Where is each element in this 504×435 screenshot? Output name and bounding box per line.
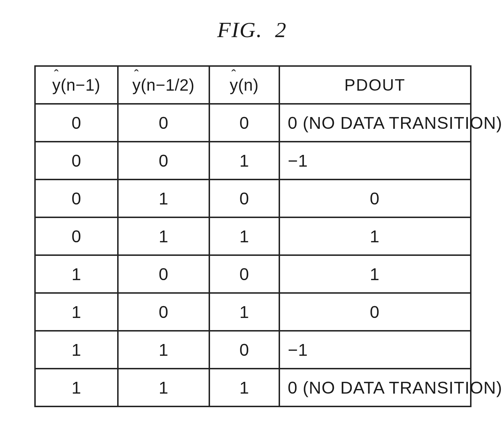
figure-caption: FIG. 2 [0, 17, 504, 42]
cell-pdout: 0 (NO DATA TRANSITION) [279, 104, 471, 142]
table-body: 0 0 0 0 (NO DATA TRANSITION) 0 0 1 −1 0 … [35, 104, 471, 406]
cell-b: 0 [118, 293, 209, 331]
cell-a: 1 [35, 293, 118, 331]
header-y-n-minus-half: ˆy(n−1/2) [118, 66, 209, 104]
cell-pdout: 0 (NO DATA TRANSITION) [279, 369, 471, 406]
cell-c: 0 [209, 179, 279, 217]
page: FIG. 2 ˆy(n−1) ˆy(n−1/2) ˆy(n) P [0, 0, 504, 435]
table-row: 0 0 1 −1 [35, 142, 471, 179]
figure-caption-number: 2 [275, 17, 287, 42]
cell-pdout: 0 [279, 179, 471, 217]
cell-pdout: 1 [279, 255, 471, 293]
cell-b: 1 [118, 369, 209, 406]
cell-c: 0 [209, 104, 279, 142]
table-row: 1 0 0 1 [35, 255, 471, 293]
header-y-n: ˆy(n) [209, 66, 279, 104]
cell-b: 1 [118, 331, 209, 369]
truth-table: ˆy(n−1) ˆy(n−1/2) ˆy(n) PDOUT 0 0 0 0 ( [34, 65, 471, 407]
cell-pdout: −1 [279, 331, 471, 369]
cell-b: 0 [118, 104, 209, 142]
cell-c: 1 [209, 217, 279, 255]
cell-pdout: −1 [279, 142, 471, 179]
cell-a: 1 [35, 255, 118, 293]
cell-b: 0 [118, 255, 209, 293]
cell-a: 0 [35, 217, 118, 255]
table-row: 1 1 1 0 (NO DATA TRANSITION) [35, 369, 471, 406]
cell-c: 1 [209, 293, 279, 331]
cell-c: 0 [209, 255, 279, 293]
cell-b: 0 [118, 142, 209, 179]
cell-pdout: 0 [279, 293, 471, 331]
table-header-row: ˆy(n−1) ˆy(n−1/2) ˆy(n) PDOUT [35, 66, 471, 104]
cell-a: 0 [35, 104, 118, 142]
table-container: ˆy(n−1) ˆy(n−1/2) ˆy(n) PDOUT 0 0 0 0 ( [34, 65, 470, 407]
cell-a: 1 [35, 369, 118, 406]
table-row: 0 0 0 0 (NO DATA TRANSITION) [35, 104, 471, 142]
cell-a: 0 [35, 142, 118, 179]
cell-c: 1 [209, 369, 279, 406]
table-row: 1 1 0 −1 [35, 331, 471, 369]
table-row: 1 0 1 0 [35, 293, 471, 331]
cell-b: 1 [118, 217, 209, 255]
cell-c: 1 [209, 142, 279, 179]
table-row: 0 1 0 0 [35, 179, 471, 217]
header-y-n-minus-1: ˆy(n−1) [35, 66, 118, 104]
cell-a: 1 [35, 331, 118, 369]
cell-pdout: 1 [279, 217, 471, 255]
table-row: 0 1 1 1 [35, 217, 471, 255]
cell-b: 1 [118, 179, 209, 217]
cell-c: 0 [209, 331, 279, 369]
cell-a: 0 [35, 179, 118, 217]
figure-caption-prefix: FIG. [217, 17, 263, 42]
header-pdout: PDOUT [279, 66, 471, 104]
